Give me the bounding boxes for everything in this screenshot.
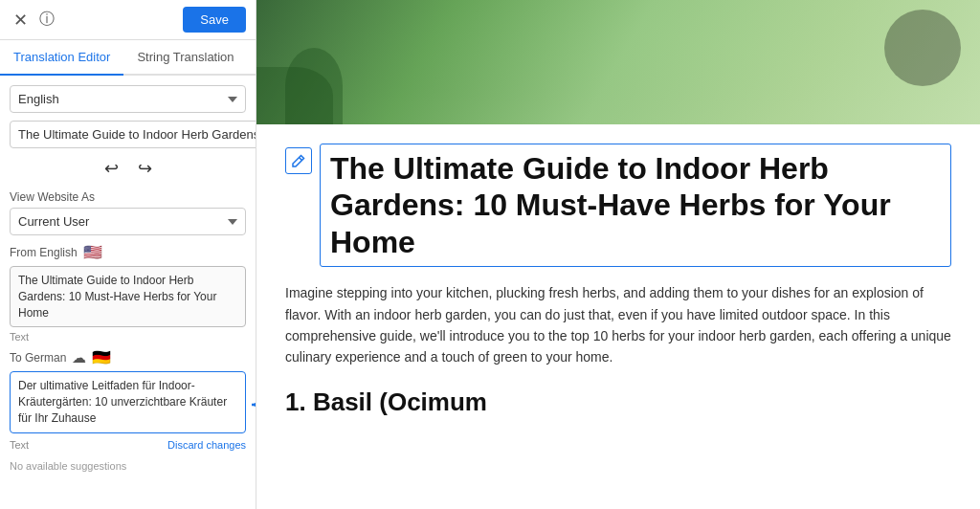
panel-body: English German French Spanish The Ultima… [0, 76, 256, 509]
hero-circle [884, 10, 961, 86]
left-panel: ✕ ⓘ Save Translation Editor String Trans… [0, 0, 256, 509]
view-as-dropdown[interactable]: Current User Guest Admin [10, 208, 246, 235]
save-button[interactable]: Save [183, 7, 246, 33]
from-section-label: From English 🇺🇸 [10, 243, 246, 261]
to-field-type: Text [10, 439, 167, 451]
main-title: The Ultimate Guide to Indoor Herb Garden… [320, 144, 951, 267]
edit-title-button[interactable] [285, 147, 312, 174]
right-panel: The Ultimate Guide to Indoor Herb Garden… [256, 0, 980, 509]
page-dropdown-row: The Ultimate Guide to Indoor Herb Garden… [10, 121, 246, 148]
info-button[interactable]: ⓘ [39, 10, 55, 30]
language-dropdown[interactable]: English German French Spanish [10, 85, 246, 113]
pencil-icon [292, 154, 305, 167]
discard-changes-link[interactable]: Discard changes [167, 439, 246, 456]
hero-image [256, 0, 980, 124]
to-text-area-container: Der ultimative Leitfaden für Indoor-Kräu… [10, 371, 246, 436]
close-button[interactable]: ✕ [10, 8, 32, 33]
to-text-area[interactable]: Der ultimative Leitfaden für Indoor-Kräu… [10, 371, 246, 432]
view-website-section: View Website As Current User Guest Admin [10, 190, 246, 235]
title-wrapper: The Ultimate Guide to Indoor Herb Garden… [285, 144, 951, 267]
forward-arrow-button[interactable]: ↪ [132, 156, 158, 181]
to-section-label: To German ☁ 🇩🇪 [10, 348, 111, 366]
back-arrow-button[interactable]: ↩ [99, 156, 124, 181]
hero-bg [256, 0, 980, 124]
to-section-header: To German ☁ 🇩🇪 [10, 348, 246, 366]
view-as-dropdown-row: Current User Guest Admin [10, 208, 246, 235]
language-dropdown-row: English German French Spanish [10, 85, 246, 113]
discard-row: Text Discard changes [10, 439, 246, 456]
ai-icon[interactable]: ☁ [72, 349, 86, 366]
blue-arrow-annotation [248, 391, 256, 418]
top-bar: ✕ ⓘ Save [0, 0, 256, 40]
tab-string-translation[interactable]: String Translation [123, 40, 247, 76]
from-flag: 🇺🇸 [83, 243, 102, 261]
sub-title: 1. Basil (Ocimum [285, 387, 951, 417]
content-area: The Ultimate Guide to Indoor Herb Garden… [256, 124, 980, 509]
tab-translation-editor[interactable]: Translation Editor [0, 40, 123, 76]
nav-arrows-row: ↩ ↪ [10, 156, 246, 181]
tabs-container: Translation Editor String Translation [0, 40, 256, 76]
body-text: Imagine stepping into your kitchen, pluc… [285, 282, 951, 368]
from-text-area[interactable]: The Ultimate Guide to Indoor Herb Garden… [10, 266, 246, 327]
view-website-label: View Website As [10, 190, 246, 204]
no-suggestions-text: No available suggestions [10, 460, 246, 472]
plant-decor-2 [256, 67, 333, 124]
from-field-type: Text [10, 331, 246, 343]
page-dropdown[interactable]: The Ultimate Guide to Indoor Herb Garden… [10, 121, 256, 148]
to-flag: 🇩🇪 [92, 348, 111, 366]
